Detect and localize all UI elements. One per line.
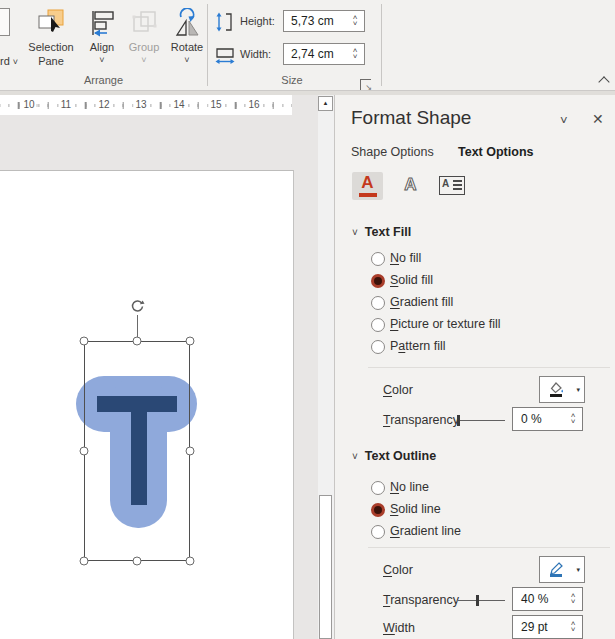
scroll-up-button[interactable]: ▲ — [318, 96, 333, 111]
ruler-number: 13 — [133, 98, 148, 111]
radio-circle-selected[interactable] — [371, 503, 385, 517]
rotate-handle[interactable] — [129, 298, 146, 315]
cropped-button-icon — [0, 8, 10, 36]
radio-circle[interactable] — [371, 252, 385, 266]
resize-handle-top-left[interactable] — [80, 337, 89, 346]
slider-handle[interactable] — [476, 595, 479, 606]
outline-width-spinner[interactable]: ˄ ˅ — [568, 616, 578, 638]
ruler-number: 14 — [171, 98, 186, 111]
selection-pane-icon — [36, 8, 66, 38]
size-dialog-launcher[interactable]: ↘ — [360, 79, 371, 90]
rotate-icon — [172, 8, 202, 38]
vertical-scrollbar[interactable]: ▲ — [318, 95, 334, 639]
radio-circle[interactable] — [371, 296, 385, 310]
collapse-ribbon-icon[interactable] — [600, 76, 608, 84]
outlined-a-glyph: A — [404, 175, 416, 194]
resize-handle-top-right[interactable] — [186, 337, 195, 346]
chevron-down-icon: ˅ — [352, 451, 358, 462]
fill-transparency-slider[interactable] — [458, 420, 505, 421]
resize-handle-bottom-right[interactable] — [186, 557, 195, 566]
text-fill-outline-icon[interactable]: A — [352, 172, 383, 200]
fill-color-button[interactable]: ▾ — [539, 376, 585, 403]
scrollbar-thumb[interactable] — [319, 495, 332, 639]
size-group-label: Size — [212, 74, 372, 86]
chevron-down-icon: ˅ — [165, 55, 209, 65]
outline-transparency-spinner[interactable]: ˄ ˅ — [568, 588, 578, 610]
height-input[interactable]: 5,73 cm ˄ ˅ — [283, 10, 365, 32]
panel-collapse-icon[interactable]: ˅ — [560, 113, 568, 128]
fill-transparency-input[interactable]: 0 % ˄ ˅ — [512, 407, 583, 431]
horizontal-ruler: 10 11 12 13 14 15 16 — [0, 95, 292, 115]
outline-color-button[interactable]: ▾ — [539, 556, 585, 583]
letter-a-glyph: A — [352, 172, 383, 193]
spin-down-icon[interactable]: ˅ — [353, 54, 358, 60]
dropdown-icon: ▾ — [576, 386, 580, 394]
align-icon — [87, 8, 117, 38]
outline-transparency-input[interactable]: 40 % ˄ ˅ — [512, 587, 583, 611]
group-label: Group — [124, 40, 164, 54]
tab-shape-options[interactable]: Shape Options — [351, 145, 434, 159]
resize-handle-bottom-left[interactable] — [80, 557, 89, 566]
spin-down-icon[interactable]: ˅ — [571, 627, 576, 633]
height-spinner[interactable]: ˄ ˅ — [350, 11, 360, 31]
outline-transparency-label: Transparency — [383, 593, 459, 607]
close-icon[interactable]: ✕ — [592, 111, 604, 127]
chevron-down-icon: ˅ — [82, 55, 122, 65]
height-icon — [215, 12, 235, 36]
text-fill-section-header[interactable]: ˅Text Fill — [352, 225, 411, 239]
slider-handle[interactable] — [457, 415, 460, 426]
textbox-glyph: A — [439, 176, 465, 195]
chevron-down-icon: ˅ — [13, 57, 18, 67]
radio-circle[interactable] — [371, 318, 385, 332]
format-shape-panel: Format Shape ˅ ✕ Shape Options Text Opti… — [334, 95, 615, 639]
outline-transparency-value: 40 % — [521, 592, 548, 606]
ruler-number: 11 — [59, 98, 73, 111]
group-icon — [129, 8, 159, 38]
outline-transparency-slider[interactable] — [458, 600, 505, 601]
resize-handle-right[interactable] — [186, 447, 195, 456]
chevron-down-icon: ˅ — [352, 227, 358, 238]
resize-handle-left[interactable] — [80, 447, 89, 456]
radio-circle-selected[interactable] — [371, 274, 385, 288]
group-divider — [207, 4, 208, 86]
width-spinner[interactable]: ˄ ˅ — [350, 44, 360, 64]
outline-width-input[interactable]: 29 pt ˄ ˅ — [512, 615, 583, 639]
dropdown-icon: ▾ — [576, 566, 580, 574]
text-effects-icon[interactable]: A — [395, 172, 426, 200]
slide-canvas: 10 11 12 13 14 15 16 ▲ — [0, 95, 334, 639]
panel-title: Format Shape — [351, 107, 471, 129]
radio-circle[interactable] — [371, 481, 385, 495]
ruler-number: 16 — [246, 98, 261, 111]
outline-width-value: 29 pt — [521, 620, 548, 634]
divider — [368, 547, 610, 548]
radio-circle[interactable] — [371, 525, 385, 539]
width-input[interactable]: 2,74 cm ˄ ˅ — [283, 43, 365, 65]
ruler-number: 12 — [96, 98, 111, 111]
arrange-group-label: Arrange — [0, 74, 207, 86]
red-underline-bar — [359, 193, 377, 197]
radio-circle[interactable] — [371, 340, 385, 354]
align-label: Align — [82, 40, 122, 54]
text-outline-section-header[interactable]: ˅Text Outline — [352, 449, 436, 463]
selection-rectangle[interactable] — [84, 341, 190, 561]
width-label: Width: — [240, 48, 271, 60]
cropped-button-label[interactable]: rd ˅ — [0, 55, 18, 67]
fill-color-label: Color — [383, 383, 413, 397]
fill-transparency-spinner[interactable]: ˄ ˅ — [568, 408, 578, 430]
chevron-down-icon: ˅ — [124, 55, 164, 65]
height-value: 5,73 cm — [291, 14, 334, 28]
spin-down-icon[interactable]: ˅ — [571, 419, 576, 425]
pencil-icon — [548, 561, 566, 579]
paint-bucket-icon — [548, 381, 566, 399]
resize-handle-top[interactable] — [133, 337, 142, 346]
spin-down-icon[interactable]: ˅ — [571, 599, 576, 605]
height-label: Height: — [240, 15, 275, 27]
group-divider — [381, 4, 382, 86]
textbox-icon[interactable]: A — [435, 172, 469, 200]
ruler-number: 10 — [21, 98, 36, 111]
width-value: 2,74 cm — [291, 47, 334, 61]
spin-down-icon[interactable]: ˅ — [353, 21, 358, 27]
resize-handle-bottom[interactable] — [133, 557, 142, 566]
tab-text-options[interactable]: Text Options — [458, 145, 533, 159]
outline-width-label: Width — [383, 621, 415, 635]
